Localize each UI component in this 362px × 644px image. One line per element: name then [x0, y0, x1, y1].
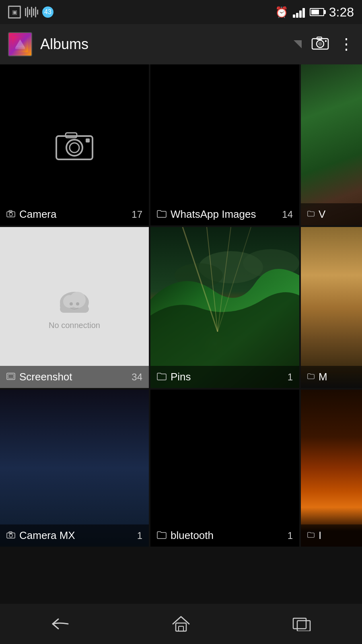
screenshot-album-name: Screenshot: [19, 371, 72, 383]
camera-mx-icon: [6, 531, 15, 540]
barcode-status-icon: [25, 7, 38, 17]
status-left-icons: ▣ 43: [8, 6, 53, 19]
signal-icon: [293, 6, 305, 18]
svg-rect-7: [325, 40, 327, 42]
recents-icon: [292, 617, 312, 631]
svg-rect-37: [9, 532, 12, 533]
svg-point-10: [70, 143, 79, 153]
svg-point-14: [9, 213, 12, 216]
alarm-icon: ⏰: [275, 6, 288, 19]
no-connection-label: No connection: [49, 321, 100, 330]
svg-point-36: [9, 534, 12, 537]
notification-badge: 43: [42, 6, 53, 18]
album-item-bluetooth[interactable]: bluetooth 1: [150, 390, 299, 547]
recents-button[interactable]: [286, 612, 318, 636]
v-album-name: V: [319, 208, 325, 221]
camera-album-icon: [6, 210, 15, 219]
m-album-name: M: [319, 371, 327, 383]
album-item-col3-row2[interactable]: M: [301, 227, 362, 388]
camera-button[interactable]: [311, 35, 329, 53]
screenshot-album-count: 34: [132, 372, 142, 383]
whatsapp-album-count: 14: [282, 209, 293, 220]
whatsapp-album-name: WhatsApp Images: [171, 208, 256, 221]
i-album-name: I: [319, 529, 321, 542]
svg-rect-38: [176, 623, 186, 631]
battery-icon: [310, 8, 324, 16]
back-button[interactable]: [44, 612, 76, 636]
gallery-status-icon: ▣: [8, 6, 21, 19]
bluetooth-album-name: bluetooth: [171, 529, 214, 542]
wave-thumb: [150, 227, 299, 388]
app-icon[interactable]: [8, 32, 32, 56]
album-item-pins[interactable]: Pins 1: [150, 227, 299, 388]
album-item-camera-mx[interactable]: Camera MX 1: [0, 390, 149, 547]
album-item-screenshot[interactable]: No connection Screenshot 34: [0, 227, 149, 388]
home-icon: [171, 615, 191, 633]
camera-mx-album-name: Camera MX: [19, 529, 75, 542]
album-item-whatsapp[interactable]: WhatsApp Images 14: [150, 64, 299, 225]
svg-point-9: [66, 140, 82, 156]
svg-point-23: [76, 302, 79, 305]
svg-point-22: [70, 302, 73, 305]
albums-grid: Camera 17 WhatsApp Images 14: [0, 64, 362, 604]
svg-rect-39: [179, 626, 183, 631]
camera-album-count: 17: [132, 209, 142, 220]
pins-album-count: 1: [288, 372, 293, 383]
camera-large-icon: [54, 129, 95, 161]
bluetooth-album-count: 1: [288, 530, 293, 541]
app-bar: Albums ⋮: [0, 24, 362, 64]
album-item-col3-row3[interactable]: I: [301, 390, 362, 547]
svg-point-5: [318, 42, 322, 46]
camera-album-name: Camera: [19, 208, 56, 221]
whatsapp-folder-icon: [157, 210, 167, 219]
pins-folder-icon: [157, 372, 167, 382]
v-folder-icon: [307, 211, 315, 218]
svg-rect-15: [9, 211, 12, 212]
more-options-button[interactable]: ⋮: [339, 37, 354, 52]
appbar-actions: ⋮: [294, 35, 354, 53]
pins-album-name: Pins: [171, 371, 191, 383]
svg-rect-25: [8, 374, 14, 378]
cloud-icon: [54, 285, 95, 318]
bottom-nav: [0, 604, 362, 644]
m-folder-icon: [307, 373, 315, 381]
svg-rect-41: [297, 621, 310, 631]
album-item-camera[interactable]: Camera 17: [0, 64, 149, 225]
status-time: 3:28: [329, 5, 354, 20]
svg-rect-40: [293, 618, 306, 629]
status-right-icons: ⏰ 3:28: [275, 5, 354, 20]
i-folder-icon: [307, 532, 315, 539]
bluetooth-folder-icon: [157, 531, 167, 541]
svg-rect-2: [15, 47, 25, 49]
back-icon: [50, 617, 70, 631]
svg-rect-12: [86, 138, 90, 142]
status-bar: ▣ 43 ⏰ 3:28: [0, 0, 362, 24]
screenshot-icon: [6, 373, 15, 382]
camera-mx-album-count: 1: [137, 530, 142, 541]
app-title: Albums: [40, 36, 286, 53]
home-button[interactable]: [165, 612, 197, 636]
album-item-col3-row1[interactable]: V: [301, 64, 362, 225]
